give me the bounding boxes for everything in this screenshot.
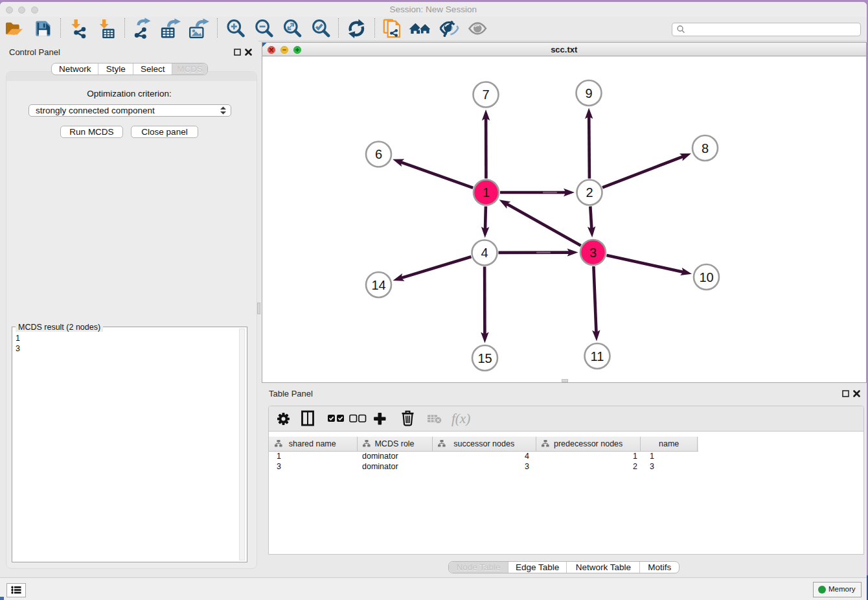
svg-text:f(x): f(x) xyxy=(451,411,470,426)
